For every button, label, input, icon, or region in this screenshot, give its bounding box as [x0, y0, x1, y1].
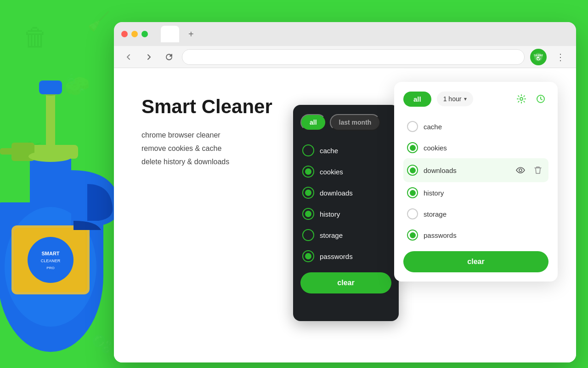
dark-panel: all last month cache cookies downloads [293, 105, 399, 321]
white-checkbox-storage[interactable] [407, 208, 418, 219]
subtitle-line3: delete history & downloads [141, 155, 272, 169]
dark-item-downloads-label: downloads [320, 189, 353, 197]
svg-text:SMART: SMART [41, 251, 59, 256]
svg-point-32 [520, 98, 523, 100]
subtitle-line1: chrome browser cleaner [141, 129, 272, 142]
svg-rect-28 [39, 80, 62, 94]
white-checkbox-history[interactable] [407, 187, 418, 198]
app-subtitle: chrome browser cleaner remove cookies & … [141, 129, 272, 168]
traffic-light-green[interactable] [141, 31, 148, 37]
address-bar[interactable] [182, 49, 525, 65]
dark-tab-last-month[interactable]: last month [330, 114, 381, 131]
white-checkbox-cache[interactable] [407, 121, 418, 132]
white-item-cache: cache [403, 116, 548, 137]
dark-item-cache-label: cache [320, 147, 338, 155]
nav-back-button[interactable] [121, 50, 136, 64]
nav-refresh-button[interactable] [162, 50, 176, 64]
browser-tab[interactable] [161, 26, 179, 42]
gear-icon-button[interactable] [514, 91, 529, 107]
svg-text:CLEANED: CLEANED [534, 54, 543, 57]
svg-text:PRO: PRO [46, 266, 54, 270]
white-panel: all 1 hour ▾ [394, 82, 558, 282]
white-item-passwords-label: passwords [424, 231, 457, 239]
browser-titlebar: + [114, 22, 576, 46]
white-checkbox-passwords[interactable] [407, 230, 418, 241]
dark-checkbox-cookies[interactable] [302, 166, 314, 178]
downloads-view-button[interactable] [514, 163, 527, 177]
white-item-storage: storage [403, 203, 548, 224]
traffic-light-yellow[interactable] [131, 31, 138, 37]
dark-checkbox-history[interactable] [302, 208, 314, 220]
dark-item-storage-label: storage [320, 231, 343, 239]
dark-item-cache: cache [300, 140, 391, 161]
white-tab-all[interactable]: all [403, 92, 431, 107]
dark-item-history: history [300, 203, 391, 224]
dark-checkbox-storage[interactable] [302, 229, 314, 241]
nav-forward-button[interactable] [141, 50, 156, 64]
dark-checkbox-cache[interactable] [302, 144, 314, 156]
subtitle-line2: remove cookies & cache [141, 142, 272, 155]
white-checkbox-downloads[interactable] [407, 165, 418, 176]
white-item-passwords: passwords [403, 224, 548, 246]
dark-item-cookies-label: cookies [320, 168, 343, 176]
downloads-actions [514, 163, 545, 177]
chevron-down-icon: ▾ [464, 96, 467, 102]
more-menu-button[interactable]: ⋮ [552, 52, 569, 63]
white-panel-header: all 1 hour ▾ [403, 91, 548, 107]
history-icon-button[interactable] [533, 91, 548, 107]
dark-item-history-label: history [320, 210, 340, 218]
svg-point-34 [519, 169, 522, 172]
browser-content: Smart Cleaner chrome browser cleaner rem… [114, 68, 576, 362]
white-item-history: history [403, 182, 548, 203]
downloads-delete-button[interactable] [531, 163, 545, 177]
dark-panel-tabs: all last month [300, 114, 391, 131]
dark-tab-all[interactable]: all [300, 114, 326, 131]
dark-checkbox-downloads[interactable] [302, 187, 314, 199]
tab-plus-button[interactable]: + [188, 29, 194, 40]
app-description: Smart Cleaner chrome browser cleaner rem… [141, 96, 272, 168]
svg-rect-21 [0, 148, 16, 155]
white-item-cookies: cookies [403, 137, 548, 158]
white-item-cache-label: cache [424, 123, 442, 131]
white-clear-button[interactable]: clear [403, 251, 548, 272]
dark-item-passwords: passwords [300, 246, 391, 267]
dark-item-storage: storage [300, 224, 391, 246]
dark-item-downloads: downloads [300, 182, 391, 203]
extension-icon[interactable]: CLEANED [530, 49, 547, 65]
white-checkbox-cookies[interactable] [407, 142, 418, 153]
dark-item-passwords-label: passwords [320, 253, 353, 260]
svg-text:CLEANER: CLEANER [41, 259, 61, 263]
white-item-storage-label: storage [424, 210, 447, 218]
time-selector-label: 1 hour [443, 95, 462, 103]
time-selector[interactable]: 1 hour ▾ [437, 92, 474, 106]
svg-rect-26 [46, 92, 55, 159]
white-item-downloads: downloads [403, 158, 548, 182]
traffic-light-red[interactable] [121, 31, 128, 37]
wp-icon-group [514, 91, 548, 107]
white-item-history-label: history [424, 189, 444, 197]
dark-checkbox-passwords[interactable] [302, 250, 314, 262]
browser-window: + CLEANED [114, 22, 576, 362]
app-title: Smart Cleaner [141, 96, 272, 118]
dark-clear-button[interactable]: clear [300, 272, 391, 293]
svg-rect-18 [30, 156, 71, 205]
browser-toolbar: CLEANED ⋮ [114, 46, 576, 68]
white-item-cookies-label: cookies [424, 144, 447, 152]
dark-item-cookies: cookies [300, 161, 391, 182]
white-item-downloads-label: downloads [424, 167, 457, 174]
traffic-lights [121, 31, 148, 37]
